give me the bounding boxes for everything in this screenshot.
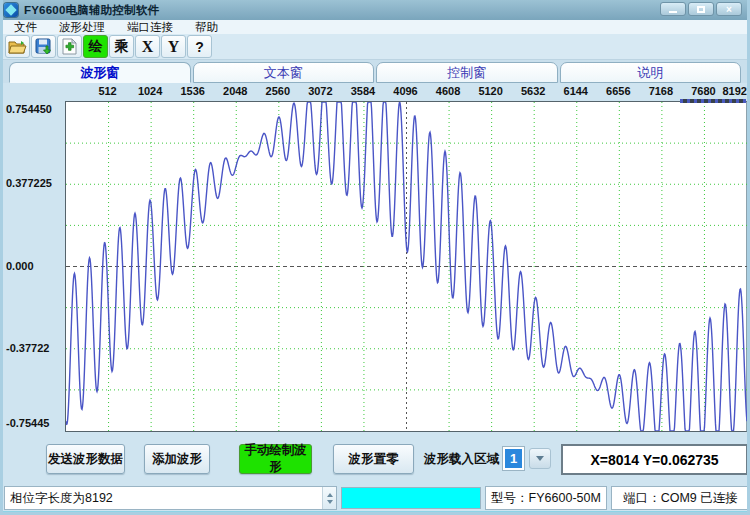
y-axis-button[interactable]: Y [161,35,186,58]
load-area-select[interactable]: 1 [502,446,525,471]
x-tick-label: 4096 [393,85,417,97]
x-tick-label: 3584 [351,85,375,97]
save-icon [35,38,53,55]
x-tick-label: 1024 [138,85,162,97]
menu-help[interactable]: 帮助 [184,20,229,35]
x-tick-label: 2560 [266,85,290,97]
x-tick-label: 1536 [180,85,204,97]
model-status: 型号：FY6600-50M [485,486,607,510]
x-tick-label: 2048 [223,85,247,97]
x-tick-label: 7680 [691,85,715,97]
menu-file[interactable]: 文件 [3,20,48,35]
chevron-down-icon [536,456,544,461]
y-axis-labels: 0.7544500.3772250.000-0.37722-0.75445 [3,101,65,432]
y-tick-label: 0.754450 [6,103,52,115]
x-tick-label: 8192 [722,85,746,97]
waveform-zero-button[interactable]: 波形置零 [333,444,414,474]
phase-length-field[interactable]: 相位字长度为8192 [4,486,337,510]
progress-bar [341,487,481,509]
menu-waveform-processing[interactable]: 波形处理 [48,20,116,35]
y-tick-label: 0.377225 [6,177,52,189]
load-area-value: 1 [505,449,522,468]
help-button[interactable]: ? [187,35,212,58]
draw-mode-button[interactable]: 绘 [83,35,108,58]
x-axis-labels: 5121024153620482560307235844096460851205… [65,83,748,101]
load-area-dropdown-button[interactable] [529,448,551,469]
x-tick-label: 5632 [521,85,545,97]
window-controls: × [660,2,742,16]
x-axis-button[interactable]: X [135,35,160,58]
maximize-button[interactable] [688,2,714,16]
x-tick-label: 5120 [478,85,502,97]
y-tick-label: -0.37722 [6,342,49,354]
minimize-icon [669,11,677,13]
waveform-line [66,102,747,431]
manual-draw-button[interactable]: 手动绘制波形 [239,444,312,474]
folder-open-icon [8,39,27,55]
phase-length-text: 相位字长度为8192 [10,490,113,507]
minimize-button[interactable] [660,2,686,16]
send-waveform-button[interactable]: 发送波形数据 [46,444,125,474]
close-icon: × [726,4,732,15]
waveform-canvas [66,102,747,431]
x-tick-label: 3072 [308,85,332,97]
tab-text-window[interactable]: 文本窗 [193,62,375,83]
app-window: FY6600电脑辅助控制软件 × 文件 波形处理 端口连接 帮助 [0,0,750,515]
tab-instructions[interactable]: 说明 [560,62,742,83]
multiply-button[interactable]: 乘 [109,35,134,58]
x-tick-label: 512 [98,85,116,97]
toolbar: 绘 乘 X Y ? [3,34,747,60]
load-area-label: 波形载入区域： [424,451,512,468]
port-status: 端口：COM9 已连接 [611,486,750,510]
window-title: FY6600电脑辅助控制软件 [24,3,159,18]
y-tick-label: -0.75445 [6,417,49,429]
phase-length-spinner[interactable] [322,487,336,509]
x-tick-label: 4608 [436,85,460,97]
maximize-icon [697,6,705,13]
close-button[interactable]: × [716,2,742,16]
spinner-up-icon [327,493,333,497]
open-file-button[interactable] [5,35,30,58]
add-file-icon [61,38,78,55]
status-bar: 相位字长度为8192 型号：FY6600-50M 端口：COM9 已连接 [3,486,747,511]
controls-row: 发送波形数据 添加波形 手动绘制波形 波形置零 波形载入区域： 1 X=8014… [3,441,747,480]
x-tick-label: 6144 [564,85,588,97]
tab-control-window[interactable]: 控制窗 [376,62,558,83]
y-tick-label: 0.000 [6,260,34,272]
x-tick-label: 7168 [649,85,673,97]
cursor-coordinate-readout: X=8014 Y=0.062735 [561,444,748,475]
menu-bar: 文件 波形处理 端口连接 帮助 [3,20,747,34]
x-tick-label: 6656 [606,85,630,97]
save-button[interactable] [31,35,56,58]
clipped-peaks-indicator [680,99,746,103]
tab-waveform-window[interactable]: 波形窗 [9,62,191,83]
menu-port-connection[interactable]: 端口连接 [116,20,184,35]
add-waveform-button[interactable]: 添加波形 [144,444,210,474]
tab-bar: 波形窗 文本窗 控制窗 说明 [3,60,747,83]
add-waveform-tool-button[interactable] [57,35,82,58]
waveform-plot[interactable] [65,101,748,432]
app-icon [4,3,18,17]
window-bottom-border [0,511,750,515]
spinner-down-icon [327,500,333,504]
title-bar: FY6600电脑辅助控制软件 × [0,0,750,20]
